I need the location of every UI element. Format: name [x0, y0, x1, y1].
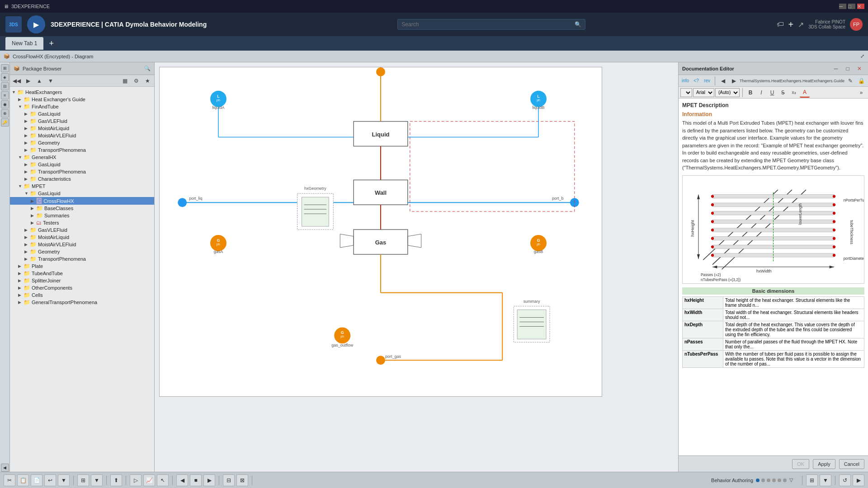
tree-item-geometry[interactable]: ▶📁Geometry: [10, 248, 154, 255]
more-tools-1[interactable]: ⊞: [806, 474, 818, 486]
tree-item-summaries[interactable]: ▶📁Summaries: [10, 212, 154, 219]
tree-item-moistairliquid[interactable]: ▶📁MoistAirLiquid: [10, 234, 154, 241]
stop-tool[interactable]: ■: [190, 474, 202, 486]
tree-item-generalhx[interactable]: ▼📁GeneralHX: [10, 154, 154, 161]
sidebar-tool-5[interactable]: ◉: [1, 100, 9, 108]
tree-item-moistairvlefluid[interactable]: ▶📁MoistAirVLEFluid: [10, 241, 154, 248]
tag-icon[interactable]: 🏷: [777, 20, 784, 28]
tree-item-crossflowhx[interactable]: ▶CCrossFlowHX: [10, 197, 154, 205]
doc-edit-mode[interactable]: ✎: [845, 76, 855, 86]
sidebar-tool-3[interactable]: ⊟: [1, 82, 9, 90]
doc-underline[interactable]: U: [767, 88, 777, 98]
sidebar-tool-1[interactable]: ⊞: [1, 64, 9, 72]
tree-item-splitterjoiner[interactable]: ▶📁SplitterJoiner: [10, 277, 154, 284]
arrange-tool[interactable]: ⊞: [77, 474, 89, 486]
tree-item-transportphenomena[interactable]: ▶📁TransportPhenomena: [10, 168, 154, 175]
maximize-button[interactable]: □: [848, 4, 855, 9]
tree-item-finandtube[interactable]: ▼📁FinAndTube: [10, 103, 154, 110]
tree-nav-down[interactable]: ▼: [46, 76, 56, 86]
tree-item-moistairliquid[interactable]: ▶📁MoistAirLiquid: [10, 125, 154, 132]
more-tool[interactable]: ▶: [853, 474, 864, 486]
arrange-arrow[interactable]: ▼: [91, 474, 103, 486]
close-button[interactable]: ✕: [857, 4, 864, 9]
doc-bold[interactable]: B: [745, 88, 755, 98]
search-box[interactable]: 🔍: [397, 19, 585, 30]
play-button[interactable]: ▶: [27, 15, 45, 33]
doc-back[interactable]: ◀: [718, 76, 728, 86]
doc-tool-info1[interactable]: info: [680, 76, 690, 86]
tree-item-testers[interactable]: ▶🗂Testers: [10, 219, 154, 226]
tab-add-button[interactable]: +: [45, 39, 57, 48]
search-tree-icon[interactable]: 🔍: [144, 66, 151, 71]
share-icon[interactable]: ↗: [798, 20, 804, 29]
sidebar-tool-6[interactable]: ⊕: [1, 109, 9, 117]
tree-item-transportphenomena[interactable]: ▶📁TransportPhenomena: [10, 255, 154, 263]
restore-icon[interactable]: ⤢: [860, 53, 864, 59]
tab-new-tab-1[interactable]: New Tab 1: [5, 37, 43, 50]
tree-item-cells[interactable]: ▶📁Cells: [10, 291, 154, 299]
nav-prev[interactable]: ◀: [176, 474, 188, 486]
doc-italic[interactable]: I: [756, 88, 766, 98]
copy-tool[interactable]: 📋: [17, 474, 29, 486]
undo-arrow[interactable]: ▼: [58, 474, 70, 486]
tree-item-geometry[interactable]: ▶📁Geometry: [10, 139, 154, 146]
diagram-area[interactable]: Liquid Wall Gas port_li: [155, 62, 678, 472]
dot-1[interactable]: [761, 479, 765, 482]
tree-item-gasvlefluid[interactable]: ▶📁GasVLEFluid: [10, 117, 154, 125]
tree-item-transportphenomena[interactable]: ▶📁TransportPhenomena: [10, 146, 154, 154]
doc-forward[interactable]: ▶: [729, 76, 739, 86]
tree-item-moistairvlefluid[interactable]: ▶📁MoistAirVLEFluid: [10, 132, 154, 139]
tree-item-tubeandtube[interactable]: ▶📁TubeAndTube: [10, 270, 154, 277]
nav-next[interactable]: ▶: [203, 474, 215, 486]
tree-item-generaltransportphenomena[interactable]: ▶📁GeneralTransportPhenomena: [10, 299, 154, 306]
tree-item-mpet[interactable]: ▼📁MPET: [10, 183, 154, 190]
dot-5[interactable]: [783, 479, 787, 482]
cut-tool[interactable]: ✂: [4, 474, 15, 486]
tree-item-characteristics[interactable]: ▶📁Characteristics: [10, 175, 154, 183]
doc-size-select[interactable]: (Auto): [715, 88, 740, 97]
tree-nav-right[interactable]: ▶: [23, 76, 33, 86]
tree-item-gasliquid[interactable]: ▶📁GasLiquid: [10, 110, 154, 117]
minimize-button[interactable]: ─: [839, 4, 846, 9]
dot-0[interactable]: [756, 479, 760, 482]
simulate-tool[interactable]: ▷: [130, 474, 142, 486]
tree-star[interactable]: ★: [142, 76, 152, 86]
tree-nav-left[interactable]: ◀◀: [12, 76, 22, 86]
add-icon[interactable]: +: [788, 19, 794, 30]
tree-filter[interactable]: ▦: [120, 76, 130, 86]
dot-3[interactable]: [772, 479, 776, 482]
fit-tool[interactable]: ⊠: [236, 474, 248, 486]
dot-expand[interactable]: ▽: [789, 477, 793, 483]
search-icon[interactable]: 🔍: [575, 21, 581, 28]
more-tools-arrow[interactable]: ▼: [820, 474, 831, 486]
sidebar-tool-7[interactable]: 🔑: [1, 118, 9, 127]
search-input[interactable]: [401, 21, 575, 28]
sidebar-tool-4[interactable]: ≡: [1, 91, 9, 99]
doc-style-select[interactable]: [680, 88, 692, 97]
sidebar-tool-2[interactable]: ◈: [1, 73, 9, 81]
doc-color[interactable]: A: [800, 88, 810, 98]
chart-tool[interactable]: 📈: [143, 474, 155, 486]
tree-item-baseclasses[interactable]: ▶📁BaseClasses: [10, 205, 154, 212]
dot-4[interactable]: [778, 479, 781, 482]
refresh-tool[interactable]: ↺: [839, 474, 851, 486]
tree-nav-up[interactable]: ▲: [34, 76, 44, 86]
tree-item-gasliquid[interactable]: ▶📁GasLiquid: [10, 161, 154, 168]
export-tool[interactable]: ⬆: [110, 474, 122, 486]
doc-lock[interactable]: 🔒: [856, 76, 866, 86]
doc-strikethrough[interactable]: S̶: [778, 88, 788, 98]
doc-sub[interactable]: x₂: [789, 88, 799, 98]
doc-tool-info2[interactable]: <?: [691, 76, 701, 86]
tree-item-gasliquid[interactable]: ▼📁GasLiquid: [10, 190, 154, 197]
paste-tool[interactable]: 📄: [31, 474, 42, 486]
ok-button[interactable]: OK: [792, 459, 809, 469]
doc-close[interactable]: ✕: [854, 64, 864, 74]
pointer-tool[interactable]: ↖: [157, 474, 169, 486]
tree-item-plate[interactable]: ▶📁Plate: [10, 263, 154, 270]
doc-font-select[interactable]: Arial: [693, 88, 714, 97]
tree-item-heat-exchanger's-guide[interactable]: ▶📁Heat Exchanger's Guide: [10, 96, 154, 103]
sidebar-collapse[interactable]: ◀: [1, 464, 9, 472]
grid-tool[interactable]: ⊟: [223, 474, 235, 486]
tree-item-heatexchangers[interactable]: ▼📁HeatExchangers: [10, 89, 154, 96]
user-avatar[interactable]: FP: [850, 18, 863, 31]
